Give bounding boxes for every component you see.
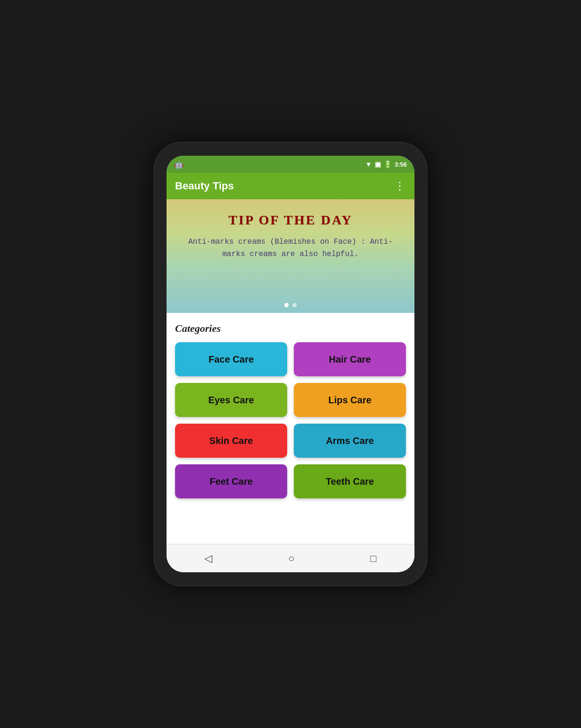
tip-text: Anti-marks creams (Blemishes on Face) : … xyxy=(181,236,400,260)
screen: 🤖 ▼ ▣ 🔋 3:56 Beauty Tips ⋮ TIP OF THE DA… xyxy=(167,156,414,572)
recents-icon: □ xyxy=(370,552,377,565)
dot-2 xyxy=(292,303,297,307)
app-title: Beauty Tips xyxy=(175,180,234,192)
categories-section: Categories Face Care Hair Care Eyes Care… xyxy=(167,313,414,544)
status-left: 🤖 xyxy=(174,160,184,169)
eyes-care-button[interactable]: Eyes Care xyxy=(175,383,287,417)
hair-care-button[interactable]: Hair Care xyxy=(294,342,406,376)
back-icon: ◁ xyxy=(204,552,212,565)
feet-care-button[interactable]: Feet Care xyxy=(175,464,287,498)
tip-banner: TIP OF THE DAY Anti-marks creams (Blemis… xyxy=(167,199,414,313)
back-button[interactable]: ◁ xyxy=(204,552,212,565)
recents-button[interactable]: □ xyxy=(370,552,377,565)
arms-care-button[interactable]: Arms Care xyxy=(294,424,406,458)
tip-title: TIP OF THE DAY xyxy=(229,213,353,228)
navigation-bar: ◁ ○ □ xyxy=(167,544,414,572)
teeth-care-button[interactable]: Teeth Care xyxy=(294,464,406,498)
banner-indicators xyxy=(284,303,297,307)
status-bar: 🤖 ▼ ▣ 🔋 3:56 xyxy=(167,156,414,173)
wifi-icon: ▼ xyxy=(365,160,372,168)
time-display: 3:56 xyxy=(395,161,407,168)
categories-grid: Face Care Hair Care Eyes Care Lips Care … xyxy=(175,342,406,498)
battery-icon: 🔋 xyxy=(384,160,392,168)
dot-1 xyxy=(284,303,289,307)
status-right: ▼ ▣ 🔋 3:56 xyxy=(365,160,407,168)
overflow-menu-button[interactable]: ⋮ xyxy=(394,179,406,193)
app-bar: Beauty Tips ⋮ xyxy=(167,173,414,199)
face-care-button[interactable]: Face Care xyxy=(175,342,287,376)
android-icon: 🤖 xyxy=(174,160,184,169)
skin-care-button[interactable]: Skin Care xyxy=(175,424,287,458)
home-button[interactable]: ○ xyxy=(288,552,294,565)
home-icon: ○ xyxy=(288,552,294,565)
categories-title: Categories xyxy=(175,322,406,335)
lips-care-button[interactable]: Lips Care xyxy=(294,383,406,417)
device-frame: 🤖 ▼ ▣ 🔋 3:56 Beauty Tips ⋮ TIP OF THE DA… xyxy=(153,142,428,586)
signal-icon: ▣ xyxy=(375,160,381,168)
